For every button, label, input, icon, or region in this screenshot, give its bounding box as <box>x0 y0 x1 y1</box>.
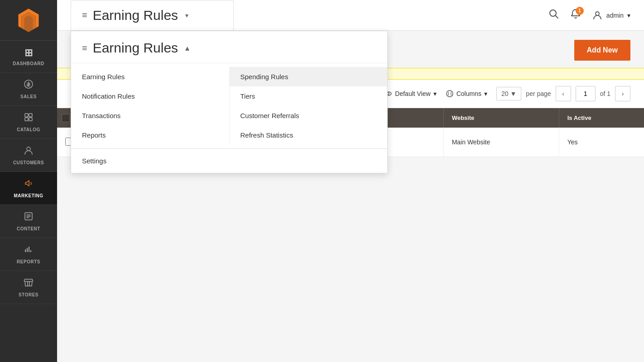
svg-point-8 <box>596 12 599 15</box>
topbar-left: ≡ Earning Rules ▾ <box>71 0 234 31</box>
columns-icon <box>446 90 454 98</box>
sidebar-item-label: STORES <box>19 292 38 297</box>
admin-label: admin <box>606 12 624 19</box>
view-arrow-icon: ▾ <box>433 90 437 97</box>
dropdown-col-2: Spending Rules Tiers Customer Referrals … <box>230 67 388 145</box>
dropdown-item-spending-rules[interactable]: Spending Rules <box>230 67 388 86</box>
earning-rules-dropdown: ≡ Earning Rules ▴ Earning Rules Notifica… <box>71 31 388 173</box>
sidebar-item-reports[interactable]: REPORTS <box>0 238 57 271</box>
row-website: Main Website <box>443 128 559 157</box>
stores-icon <box>24 277 34 290</box>
dropdown-col-1: Earning Rules Notification Rules Transac… <box>71 67 230 145</box>
sidebar: ⊞ DASHBOARD SALES CATALOG CUSTOMERS MARK… <box>0 0 57 362</box>
sidebar-item-label: REPORTS <box>17 259 40 264</box>
sidebar-logo <box>0 0 57 41</box>
sidebar-item-label: CATALOG <box>17 127 40 132</box>
sidebar-item-label: SALES <box>20 94 37 99</box>
next-page-button[interactable]: › <box>615 86 630 101</box>
svg-rect-1 <box>25 114 28 117</box>
reports-icon <box>24 244 34 257</box>
magento-logo-icon <box>17 9 40 32</box>
columns-arrow-icon: ▾ <box>484 90 487 97</box>
add-new-button[interactable]: Add New <box>574 40 630 61</box>
page-of-label: of 1 <box>600 90 610 97</box>
catalog-icon <box>24 112 34 125</box>
topbar-right: 1 admin ▾ <box>548 9 630 22</box>
sidebar-item-catalog[interactable]: CATALOG <box>0 106 57 139</box>
sidebar-item-label: MARKETING <box>14 193 43 198</box>
dropdown-menu-footer: Settings <box>71 148 387 173</box>
per-page-arrow-icon: ▼ <box>510 90 517 97</box>
admin-dropdown-arrow: ▾ <box>627 12 630 19</box>
content-icon <box>24 211 34 224</box>
view-selector[interactable]: Default View ▾ <box>384 90 436 98</box>
sidebar-item-customers[interactable]: CUSTOMERS <box>0 139 57 172</box>
dropdown-item-settings[interactable]: Settings <box>82 155 376 167</box>
view-label: Default View <box>395 90 430 97</box>
svg-rect-4 <box>29 118 32 121</box>
marketing-icon <box>24 178 34 191</box>
svg-rect-3 <box>25 118 28 121</box>
per-page-label: per page <box>526 90 551 97</box>
sidebar-item-label: DASHBOARD <box>13 61 44 66</box>
sidebar-item-marketing[interactable]: MARKETING <box>0 172 57 205</box>
sidebar-item-label: CUSTOMERS <box>13 160 44 165</box>
pagination: 20 ▼ per page ‹ of 1 › <box>496 86 630 101</box>
dropdown-item-reports[interactable]: Reports <box>71 125 229 145</box>
sales-icon <box>24 79 34 92</box>
dropdown-item-notification-rules[interactable]: Notification Rules <box>71 86 229 106</box>
dashboard-icon: ⊞ <box>24 47 33 59</box>
hamburger-icon[interactable]: ≡ <box>82 10 87 20</box>
svg-rect-2 <box>29 114 32 117</box>
columns-selector[interactable]: Columns ▾ <box>446 90 487 98</box>
title-dropdown-arrow[interactable]: ▾ <box>185 12 188 19</box>
svg-point-5 <box>27 147 30 151</box>
notification-button[interactable]: 1 <box>570 9 581 22</box>
sidebar-item-label: CONTENT <box>17 226 40 231</box>
select-all-checkbox[interactable] <box>62 114 70 122</box>
page-title: Earning Rules <box>93 8 178 23</box>
sidebar-item-sales[interactable]: SALES <box>0 73 57 106</box>
per-page-value: 20 <box>501 90 509 97</box>
admin-menu-button[interactable]: admin ▾ <box>592 10 630 21</box>
table-header-is-active: Is Active <box>559 108 644 128</box>
prev-page-button[interactable]: ‹ <box>556 86 571 101</box>
search-button[interactable] <box>548 9 559 22</box>
main-area: ≡ Earning Rules ▾ 1 admin ▾ ≡ Earning Ru… <box>57 0 644 362</box>
row-is-active: Yes <box>559 128 644 157</box>
dropdown-menu-items: Earning Rules Notification Rules Transac… <box>71 63 387 148</box>
col-is-active-label: Is Active <box>567 114 591 121</box>
dropdown-menu-header: ≡ Earning Rules ▴ <box>71 31 387 63</box>
admin-icon <box>592 10 603 21</box>
dropdown-menu-title: Earning Rules <box>93 40 178 56</box>
sidebar-item-content[interactable]: CONTENT <box>0 205 57 238</box>
table-header-website: Website <box>443 108 559 128</box>
dropdown-menu-arrow: ▴ <box>185 43 189 53</box>
dropdown-item-transactions[interactable]: Transactions <box>71 106 229 125</box>
search-icon <box>548 9 559 19</box>
dropdown-item-customer-referrals[interactable]: Customer Referrals <box>230 106 388 125</box>
sidebar-item-dashboard[interactable]: ⊞ DASHBOARD <box>0 41 57 73</box>
svg-point-11 <box>447 90 453 97</box>
notification-badge: 1 <box>576 7 584 15</box>
page-title-area[interactable]: ≡ Earning Rules ▾ <box>71 0 234 31</box>
customers-icon <box>24 145 34 158</box>
columns-label: Columns <box>457 90 481 97</box>
page-number-input[interactable] <box>576 86 596 101</box>
dropdown-item-refresh-statistics[interactable]: Refresh Statistics <box>230 125 388 145</box>
per-page-select[interactable]: 20 ▼ <box>496 87 521 100</box>
topbar: ≡ Earning Rules ▾ 1 admin ▾ <box>57 0 644 31</box>
sidebar-item-stores[interactable]: STORES <box>0 271 57 304</box>
dropdown-item-tiers[interactable]: Tiers <box>230 86 388 106</box>
dropdown-item-earning-rules[interactable]: Earning Rules <box>71 67 229 86</box>
col-website-label: Website <box>452 114 475 121</box>
dropdown-hamburger-icon[interactable]: ≡ <box>82 43 87 53</box>
